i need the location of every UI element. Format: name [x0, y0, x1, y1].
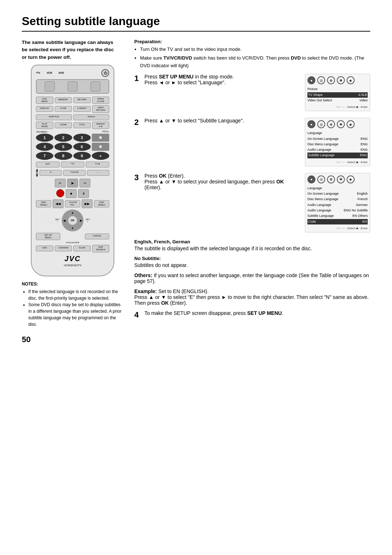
ok-cluster: SET− ▲ ▼ ◀ ▶ OK SET+	[36, 210, 109, 231]
ok-button: OK	[68, 216, 77, 225]
s3-icon-3: ⊕	[327, 175, 335, 183]
zoom-btn: ZOOM	[55, 122, 72, 128]
number-grid: 1 2 3 ▣ 4 5 6 ▣ 7 8 9 +	[36, 134, 109, 160]
set-right-label: SET+	[86, 218, 90, 223]
step-1-text: Press SET UP MENU in the stop mode.	[144, 74, 234, 80]
btn-7: 7	[36, 152, 53, 160]
title-btn: TITLE	[73, 122, 91, 128]
ch-down-btn2: ⇒	[79, 179, 90, 187]
angle-btn: ANGLE	[73, 114, 109, 120]
setup-menu-btn: SET UPMENU	[36, 233, 60, 240]
memory-btn: MEMORY	[55, 97, 72, 103]
remote-label-tv: *TV	[36, 72, 40, 74]
rec-stop-row: ■ ⏸	[36, 189, 109, 198]
skip-index-left: SKIP/INDEX	[36, 200, 51, 207]
btn-prog2: ▣	[92, 143, 109, 151]
prep-item-1: Turn ON the TV and set to the video inpu…	[140, 46, 370, 53]
tv-vcr-btn: TV/VCR	[63, 170, 85, 176]
step-4: 4 To make the SETUP screen disappear, pr…	[134, 310, 370, 320]
cancel-btn: CANCEL	[85, 234, 109, 239]
step-4-text: To make the SETUP screen disappear, pres…	[144, 310, 283, 316]
play-btn: ▶	[67, 179, 78, 187]
menu-nav-2: ↑↓←→ : Select ◆ : Enter	[307, 161, 368, 164]
menu-row: DVDMENU MEMORY RETURN OPEN/CLOSE	[36, 97, 109, 104]
step-3: 3 Press OK (Enter). Press ▲ or ▼ to sele…	[134, 173, 370, 232]
s3-discmenu: Disc Menu LanguageFrench	[307, 197, 368, 202]
notes-list: If the selected language is not recorded…	[22, 288, 123, 328]
setup-row: SET UPMENU CANCEL	[36, 233, 109, 240]
s3-audio: Audio LanguageGerman	[307, 202, 368, 208]
creset-btn: C.RESET	[73, 106, 91, 112]
example-label: Example:	[134, 288, 157, 294]
remote-label-vcr: VCR	[47, 72, 52, 74]
prep-item-2: Make sure TV/VCR/DVD switch has been sli…	[140, 54, 370, 70]
notes-title: NOTES:	[22, 281, 123, 287]
example-section: Example: Set to EN (ENGLISH). Press ▲ or…	[134, 288, 370, 306]
dvd-menu-btn: DVDMENU	[36, 97, 53, 104]
a-mon-btn: A.MON/06	[55, 246, 72, 251]
s2-icon-3: ⊕	[327, 120, 335, 128]
s2-onscreen: On-Screen LanguageENG	[307, 136, 368, 142]
step-1: 1 Press SET UP MENU in the stop mode. Pr…	[134, 74, 370, 111]
tv-btn-3	[90, 81, 101, 92]
play-row: PLAYMODE ZOOM TITLE REPEATA-B	[36, 122, 109, 129]
intro-text: The same subtitle language can always be…	[22, 39, 120, 61]
preparation-title: Preparation:	[134, 39, 370, 44]
s3-icon-4: ❋	[337, 175, 345, 183]
btn-5: 5	[54, 143, 72, 151]
step-3-menu-screen: ● ◎ ⊕ ❋ ◈ Language On-Screen LanguageEng…	[305, 173, 370, 232]
display-btn: DISPLAY	[36, 106, 53, 112]
notes-section: NOTES: If the selected language is not r…	[22, 281, 123, 328]
remote-model: VCR/DVD/TV	[36, 264, 109, 267]
step-2-number: 2	[134, 118, 141, 127]
no-subtitle-section: No Subtitle: Subtitles do not appear.	[134, 256, 370, 268]
menu-icon-5: ◈	[347, 76, 355, 84]
s3-audiolang2: Audio LanguageENG No Subtitle	[307, 208, 368, 213]
s2-icon-2: ◎	[317, 120, 325, 128]
aux-row: AUX *TV TV◄	[36, 162, 109, 167]
s3-icon-2: ◎	[317, 175, 325, 183]
btn-0: 0	[36, 169, 38, 177]
s2-audio: Audio LanguageENG	[307, 147, 368, 153]
tv2-btn: TV◄	[86, 162, 109, 167]
s2-icon-1: ●	[307, 120, 315, 128]
btn-prog1: ▣	[92, 134, 109, 142]
remote-image: *TV VCR DVD ⏻ DVDMENU MEMORY RETURN	[22, 65, 123, 276]
s2-icon-4: ❋	[337, 120, 345, 128]
menu-icon-1: ●	[307, 76, 315, 84]
return-btn: RETURN	[73, 97, 91, 103]
page-number: 50	[22, 335, 370, 344]
bottom-btns: OSD A.MON/06 SLOW SKIPSEARCH	[36, 245, 109, 252]
no-subtitle-text: Subtitles do not appear.	[134, 262, 370, 268]
osd-btn: OSD	[36, 246, 53, 251]
atrk-btn: A.TRK	[55, 106, 72, 112]
lang-section: English, French, German The subtitle is …	[134, 239, 370, 251]
prog-label: PROG.	[102, 130, 109, 133]
menu-icon-3: ⊕	[327, 76, 335, 84]
subtitle-row: SUBTITLE ANGLE	[36, 114, 109, 120]
menu-nav-1: ↑↓←→ : Select ◆ : Enter	[307, 105, 368, 109]
step-1-number: 1	[134, 74, 141, 83]
step-4-number: 4	[134, 310, 141, 320]
preparation-section: Preparation: Turn ON the TV and set to t…	[134, 39, 370, 69]
s3-subtitle: Subtitle LanguageEN Others	[307, 213, 368, 219]
ch-down-btn: ⊙	[40, 170, 62, 176]
skip-row: SKIP/INDEX ◀◀ ·TV/VCR PR+ ▶▶ SKIP/INDEX	[36, 199, 109, 208]
aux-btn: AUX	[36, 162, 60, 167]
s3-onscreen: On-Screen LanguageEnglish	[307, 191, 368, 197]
note-item-2: Some DVD discs may be set to display sub…	[28, 301, 123, 328]
stop-btn: ■	[66, 189, 77, 198]
btn-3: 3	[73, 134, 91, 142]
subtitle-btn: SUBTITLE	[36, 114, 72, 120]
lang-title: English, French, German	[134, 239, 370, 244]
btn-6: 6	[73, 143, 91, 151]
others-section: Others: If you want to select another la…	[134, 272, 370, 284]
jvc-logo: JVC	[36, 255, 109, 263]
remote-label-dvd: DVD	[58, 72, 64, 74]
step-3-text-b: Press ▲ or ▼ to select your desired lang…	[144, 179, 301, 190]
no-subtitle-title: No Subtitle:	[134, 256, 370, 261]
example-text-a: Set to EN (ENGLISH).	[158, 288, 208, 294]
s2-subtitle: Subtitle LanguageENG	[307, 153, 368, 158]
pause-btn: ⏸	[78, 189, 89, 198]
tv-vcr-pr-label: TV/VCR PR▼	[36, 242, 109, 244]
